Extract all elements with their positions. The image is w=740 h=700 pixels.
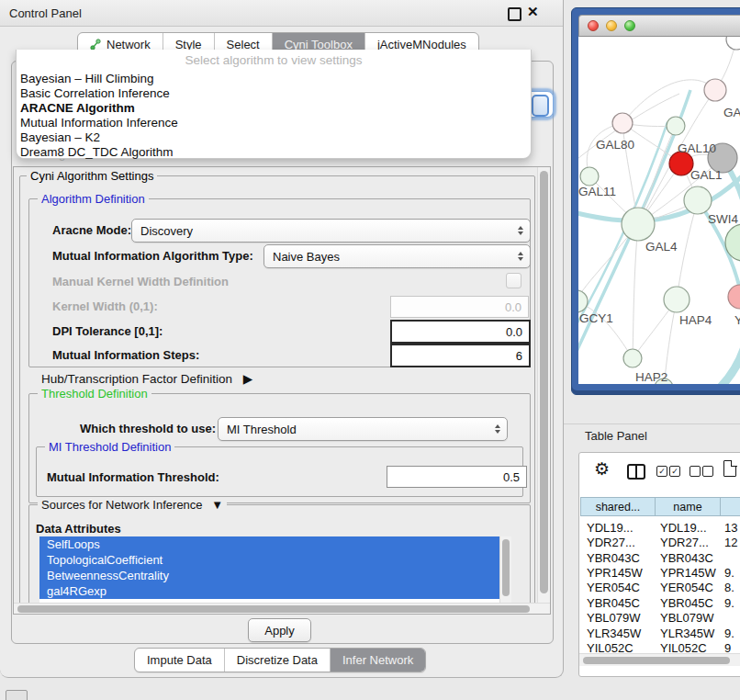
algorithm-option-bayesian-hill-climbing[interactable]: Bayesian – Hill Climbing	[19, 72, 525, 86]
node-y-clipped[interactable]	[728, 285, 740, 309]
mi-threshold-field[interactable]: 0.5	[387, 466, 527, 488]
kernel-width-field[interactable]: 0.0	[390, 296, 529, 318]
cell[interactable]: 8.	[724, 581, 734, 594]
apply-button[interactable]: Apply	[248, 618, 311, 642]
tab-infer-network[interactable]: Infer Network	[330, 649, 425, 672]
sources-title-row[interactable]: Sources for Network Inference ▼	[38, 498, 227, 512]
attr-list-scrollbar[interactable]	[499, 536, 511, 603]
which-threshold-value: MI Threshold	[227, 423, 297, 436]
unchecked-checkbox-icon[interactable]	[690, 466, 701, 477]
cell[interactable]: YBL079W	[660, 611, 714, 625]
cell[interactable]: YBL079W	[587, 611, 641, 625]
checked-checkbox-icon[interactable]: ✓	[656, 466, 667, 477]
minimize-traffic-light-icon[interactable]	[606, 20, 617, 31]
cell[interactable]: YDL19...	[587, 521, 633, 535]
cell[interactable]: 9.	[724, 596, 734, 610]
kernel-width-label: Kernel Width (0,1):	[52, 299, 158, 313]
column-header-clipped[interactable]: A	[720, 497, 740, 516]
collapse-arrow-icon[interactable]: ▼	[211, 498, 223, 512]
list-item-gal4rgexp[interactable]: gal4RGexp	[39, 583, 507, 599]
node-unlabeled-top[interactable]	[726, 37, 740, 50]
cell[interactable]: YBR043C	[660, 551, 713, 565]
cell[interactable]: YBR045C	[587, 596, 640, 610]
node-gal80[interactable]	[612, 113, 633, 133]
algorithm-option-basic-correlation[interactable]: Basic Correlation Inference	[19, 86, 525, 101]
tab-discretize-data[interactable]: Discretize Data	[224, 649, 330, 672]
control-panel-title: Control Panel	[9, 6, 82, 20]
unchecked-checkbox-icon-2[interactable]	[702, 466, 713, 477]
cell[interactable]: YBR045C	[660, 596, 713, 610]
control-panel-titlebar: Control Panel	[0, 0, 563, 27]
algorithm-option-aracne[interactable]: ARACNE Algorithm	[19, 101, 525, 116]
network-window-titlebar[interactable]	[578, 15, 740, 37]
cell[interactable]: YPR145W	[660, 566, 716, 580]
algorithm-option-bayesian-k2[interactable]: Bayesian – K2	[19, 130, 525, 145]
node-gal4[interactable]	[622, 208, 655, 241]
columns-icon[interactable]	[627, 464, 645, 480]
close-traffic-light-icon[interactable]	[588, 20, 599, 31]
cell[interactable]: YLR345W	[587, 627, 641, 640]
cell[interactable]: YDR27...	[587, 536, 635, 549]
manual-kernel-width-checkbox[interactable]	[506, 273, 521, 288]
expand-arrow-icon[interactable]: ▶	[243, 372, 252, 386]
column-header-shared-name[interactable]: shared...	[580, 497, 656, 516]
zoom-traffic-light-icon[interactable]	[624, 20, 635, 31]
manual-kernel-width-label: Manual Kernel Width Definition	[52, 275, 229, 288]
node-gal11[interactable]	[580, 167, 599, 186]
docked-panel-icon[interactable]	[6, 690, 28, 700]
attr-list-scrollbar-thumb[interactable]	[502, 539, 510, 596]
network-canvas[interactable]: GAL80 GAL10 GAL GAL11 GAL1 SWI4 GAL4 GCY…	[578, 37, 740, 384]
aracne-mode-combobox[interactable]: Discovery	[131, 219, 531, 243]
cell[interactable]: 13	[724, 521, 737, 535]
cell[interactable]: YDR27...	[660, 536, 709, 549]
which-threshold-combobox[interactable]: MI Threshold	[218, 417, 508, 441]
float-panel-icon[interactable]	[508, 7, 521, 21]
algorithm-placeholder: Select algorithm to view settings	[17, 53, 531, 67]
cell[interactable]: YDL19...	[660, 521, 707, 535]
aracne-mode-value: Discovery	[140, 224, 193, 238]
node-hap4[interactable]	[664, 287, 690, 312]
mi-algorithm-type-combobox[interactable]: Naive Bayes	[263, 244, 531, 268]
cell[interactable]: 9.	[724, 566, 734, 580]
list-item-betweennesscentrality[interactable]: BetweennessCentrality	[39, 568, 507, 583]
kernel-width-value: 0.0	[505, 300, 521, 314]
table-panel: ⚙ ✓ ✓ shared... name A YDL19... YDL19...…	[578, 452, 740, 677]
node-label-gal80: GAL80	[596, 138, 634, 152]
algorithm-option-dream8[interactable]: Dream8 DC_TDC Algorithm	[19, 145, 525, 160]
cell[interactable]: YER054C	[660, 581, 713, 594]
table-panel-titlebar: Table Panel	[564, 423, 740, 447]
node-label-hap4: HAP4	[679, 313, 712, 327]
node-gal10[interactable]	[667, 117, 685, 135]
node-gal1[interactable]	[684, 186, 712, 214]
settings-vscrollbar-thumb[interactable]	[540, 171, 548, 593]
node-hap2[interactable]	[623, 349, 642, 367]
settings-vscrollbar[interactable]	[537, 167, 551, 603]
dpi-tolerance-field[interactable]: 0.0	[390, 320, 531, 344]
checked-checkbox-icon-2[interactable]: ✓	[669, 466, 680, 477]
table-hscrollbar-thumb[interactable]	[583, 657, 730, 664]
cell[interactable]: 9.	[724, 627, 734, 640]
hub-definition-toggle[interactable]: Hub/Transcription Factor Definition ▶	[41, 371, 252, 386]
cell[interactable]: YPR145W	[587, 566, 643, 580]
node-gal-clipped[interactable]	[704, 79, 726, 101]
combo-arrows-icon	[518, 252, 523, 261]
gear-icon[interactable]: ⚙	[594, 460, 610, 478]
close-panel-icon[interactable]: ✕	[527, 4, 539, 20]
settings-hscrollbar-thumb[interactable]	[17, 605, 530, 613]
apply-button-label: Apply	[264, 624, 295, 638]
tab-impute-data[interactable]: Impute Data	[135, 649, 224, 672]
table-hscrollbar[interactable]	[579, 653, 740, 666]
cell[interactable]: YER054C	[587, 581, 640, 594]
list-item-topologicalcoefficient[interactable]: TopologicalCoefficient	[39, 552, 507, 568]
cell[interactable]: YLR345W	[660, 627, 714, 640]
settings-hscrollbar[interactable]	[14, 603, 550, 615]
column-header-name[interactable]: name	[655, 497, 721, 516]
list-item-selfloops[interactable]: SelfLoops	[39, 536, 507, 552]
algorithm-option-mutual-information[interactable]: Mutual Information Inference	[19, 116, 525, 130]
cell[interactable]: 12	[724, 536, 737, 549]
mi-steps-field[interactable]: 6	[390, 344, 531, 367]
document-function-icon[interactable]	[723, 460, 736, 477]
mi-threshold-value: 0.5	[503, 470, 520, 484]
hub-definition-label: Hub/Transcription Factor Definition	[41, 372, 232, 386]
cell[interactable]: YBR043C	[587, 551, 640, 565]
